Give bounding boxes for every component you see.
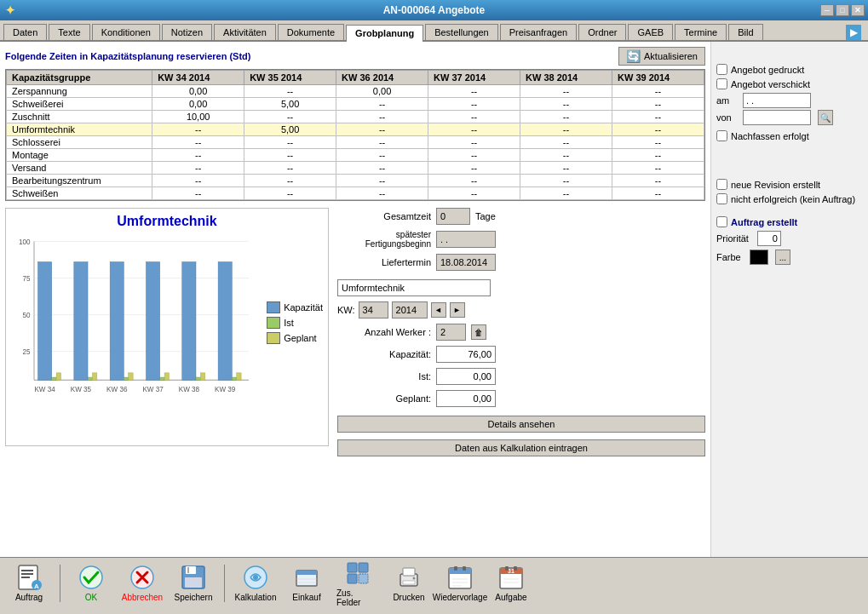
close-button[interactable]: ✕ <box>851 4 865 16</box>
liefertermin-input[interactable] <box>436 254 496 271</box>
table-cell-value: -- <box>152 123 244 136</box>
table-cell-value: -- <box>336 162 428 175</box>
anzahl-werker-input[interactable] <box>436 324 466 341</box>
farbe-more-button[interactable]: ... <box>775 250 790 265</box>
kw-input[interactable] <box>359 301 388 318</box>
toolbar-einkauf-button[interactable]: Einkauf <box>285 563 329 604</box>
toolbar-wiedervorlage-button[interactable]: Wiedervorlage <box>438 563 482 604</box>
maximize-button[interactable]: □ <box>836 4 849 16</box>
table-row[interactable]: Schlosserei------------ <box>7 136 704 149</box>
fertigungsbeginn-input[interactable] <box>436 231 496 248</box>
tab-daten[interactable]: Daten <box>3 24 47 40</box>
table-cell-name: Versand <box>7 162 152 175</box>
auftrag-erstellt-checkbox[interactable] <box>716 216 727 227</box>
tab-dokumente[interactable]: Dokumente <box>278 24 344 40</box>
speichern-label: Speichern <box>174 593 212 602</box>
tab-gaeb[interactable]: GAEB <box>628 24 673 40</box>
tab-konditionen[interactable]: Konditionen <box>92 24 160 40</box>
table-cell-name: Bearbeitungszentrum <box>7 175 152 187</box>
right-panel: Angebot gedruckt Angebot verschickt am v… <box>710 42 868 557</box>
svg-rect-44 <box>185 577 202 588</box>
svg-text:31: 31 <box>508 568 514 574</box>
toolbar-aufgabe-button[interactable]: 31 Aufgabe <box>489 563 533 604</box>
minimize-button[interactable]: ─ <box>820 4 834 16</box>
table-row[interactable]: Zuschnitt10,00---------- <box>7 111 704 123</box>
table-row[interactable]: Schweißen------------ <box>7 187 704 200</box>
gruppe-input[interactable] <box>337 279 491 296</box>
angebot-verschickt-checkbox[interactable] <box>716 78 727 89</box>
table-cell-value: -- <box>428 136 520 149</box>
window-controls[interactable]: ─ □ ✕ <box>820 4 865 16</box>
einkauf-label: Einkauf <box>292 593 320 602</box>
svg-rect-63 <box>463 566 466 571</box>
svg-rect-37 <box>21 577 30 578</box>
svg-rect-61 <box>449 568 471 574</box>
tab-bild[interactable]: Bild <box>728 24 762 40</box>
farbe-color-box[interactable] <box>750 250 768 265</box>
tab-bestellungen[interactable]: Bestellungen <box>425 24 498 40</box>
table-row[interactable]: Versand------------ <box>7 162 704 175</box>
toolbar-abbrechen-button[interactable]: Abbrechen <box>120 563 164 604</box>
tab-preisanfragen[interactable]: Preisanfragen <box>500 24 578 40</box>
table-cell-value: -- <box>152 149 244 162</box>
details-ansehen-button[interactable]: Details ansehen <box>337 416 705 433</box>
chart-legend: Kapazität Ist Geplant <box>267 232 323 413</box>
toolbar-ok-button[interactable]: OK <box>69 563 113 604</box>
angebot-gedruckt-checkbox[interactable] <box>716 64 727 75</box>
tab-grobplanung[interactable]: Grobplanung <box>346 25 423 42</box>
von-search-button[interactable]: 🔍 <box>818 110 833 125</box>
nachfassen-checkbox[interactable] <box>716 130 727 141</box>
kw-next-button[interactable]: ► <box>450 302 465 318</box>
refresh-icon: 🔄 <box>626 49 641 63</box>
ist-input[interactable] <box>436 368 496 385</box>
aktualisieren-button[interactable]: 🔄 Aktualisieren <box>618 47 705 66</box>
kalkulation-icon <box>242 564 269 591</box>
werker-delete-button[interactable]: 🗑 <box>471 324 486 340</box>
nav-right-icon[interactable]: ▶ <box>846 25 861 40</box>
gesamtzeit-label: Gesamtzeit <box>337 211 431 221</box>
svg-text:KW 34: KW 34 <box>34 384 55 393</box>
neue-revision-checkbox[interactable] <box>716 179 727 190</box>
chart-area: Umformtechnik 100 <box>5 208 329 446</box>
toolbar-drucken-button[interactable]: Drucken <box>387 563 431 604</box>
table-row[interactable]: Bearbeitungszentrum------------ <box>7 175 704 187</box>
year-input[interactable] <box>392 301 428 318</box>
zusfelder-label: Zus. Felder <box>336 588 379 607</box>
toolbar-kalkulation-button[interactable]: Kalkulation <box>233 563 278 604</box>
table-cell-value: -- <box>428 187 520 200</box>
svg-rect-45 <box>187 567 189 573</box>
table-row[interactable]: Umformtechnik--5,00-------- <box>7 123 704 136</box>
table-cell-value: 5,00 <box>244 98 336 111</box>
toolbar-speichern-button[interactable]: Speichern <box>171 563 216 604</box>
anzahl-werker-row: Anzahl Werker : 🗑 <box>337 324 705 341</box>
geplant-input[interactable] <box>436 390 496 407</box>
table-row[interactable]: Montage------------ <box>7 149 704 162</box>
abbrechen-icon <box>129 564 156 591</box>
prioritaet-input[interactable] <box>757 231 781 246</box>
kapazitaet-input[interactable] <box>436 346 496 363</box>
kalkulation-eintragen-button[interactable]: Daten aus Kalkulation eintragen <box>337 439 705 456</box>
chart-title: Umformtechnik <box>11 214 323 229</box>
tab-aktivitaeten[interactable]: Aktivitäten <box>214 24 276 40</box>
gesamtzeit-input[interactable] <box>436 208 470 225</box>
legend-label-kapazitaet: Kapazität <box>284 302 323 313</box>
table-cell-value: -- <box>244 85 336 98</box>
nachfassen-label: Nachfassen erfolgt <box>731 131 809 141</box>
von-input[interactable] <box>743 110 811 125</box>
table-row[interactable]: Zerspannung0,00--0,00------ <box>7 85 704 98</box>
tab-termine[interactable]: Termine <box>675 24 727 40</box>
kw-prev-button[interactable]: ◄ <box>431 302 446 318</box>
tab-ordner[interactable]: Ordner <box>578 24 626 40</box>
nicht-erfolgreich-checkbox[interactable] <box>716 193 727 204</box>
am-input[interactable] <box>743 93 811 108</box>
table-cell-value: -- <box>520 85 612 98</box>
toolbar-sep-2 <box>224 565 225 602</box>
tab-notizen[interactable]: Notizen <box>162 24 212 40</box>
toolbar-zusfelder-button[interactable]: Zus. Felder <box>336 563 380 604</box>
tab-texte[interactable]: Texte <box>49 24 89 40</box>
table-cell-value: -- <box>244 175 336 187</box>
table-row[interactable]: Schweißerei0,005,00-------- <box>7 98 704 111</box>
toolbar-auftrag-button[interactable]: A Auftrag <box>7 563 51 604</box>
table-cell-value: 0,00 <box>152 85 244 98</box>
table-cell-value: -- <box>520 98 612 111</box>
